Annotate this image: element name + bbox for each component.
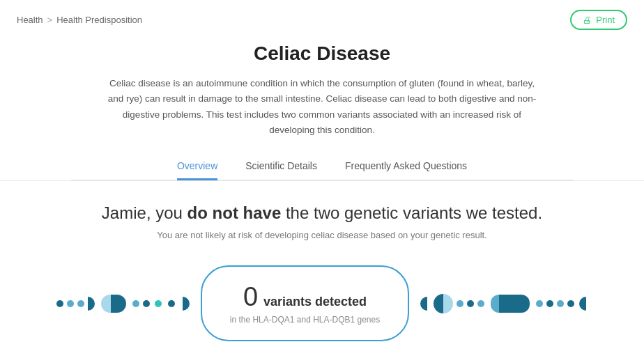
circle-split bbox=[434, 294, 453, 313]
result-section: Jamie, you do not have the two genetic v… bbox=[0, 181, 644, 355]
dot-r5 bbox=[546, 300, 553, 307]
tab-overview[interactable]: Overview bbox=[177, 155, 217, 180]
dot-r6 bbox=[557, 300, 564, 307]
dot-r4 bbox=[536, 300, 543, 307]
result-subtitle: You are not likely at risk of developing… bbox=[14, 230, 630, 240]
result-emphasis: do not have bbox=[187, 203, 282, 222]
visualization-row: 0 variants detected in the HLA-DQA1 and … bbox=[14, 265, 630, 341]
dot-4 bbox=[132, 300, 139, 307]
result-title: Jamie, you do not have the two genetic v… bbox=[14, 203, 630, 223]
dot-r2 bbox=[467, 300, 474, 307]
dot-2 bbox=[67, 300, 74, 307]
pill-r-left bbox=[491, 295, 499, 313]
tab-faq[interactable]: Frequently Asked Questions bbox=[345, 155, 467, 180]
breadcrumb-home[interactable]: Health bbox=[17, 15, 43, 25]
variants-count-row: 0 variants detected bbox=[243, 282, 367, 312]
pill-group-1 bbox=[101, 295, 126, 313]
half-circle-left-1 bbox=[88, 297, 95, 311]
pill-right bbox=[111, 295, 126, 313]
result-prefix: , you bbox=[146, 203, 187, 222]
dot-5 bbox=[143, 300, 150, 307]
half-circle-right-1 bbox=[420, 297, 427, 311]
variants-card: 0 variants detected in the HLA-DQA1 and … bbox=[201, 265, 409, 341]
left-decoration bbox=[56, 295, 192, 313]
right-decoration bbox=[417, 294, 588, 313]
breadcrumb-current[interactable]: Health Predisposition bbox=[56, 15, 142, 25]
dot-r7 bbox=[567, 300, 574, 307]
page-description: Celiac disease is an autoimmune conditio… bbox=[106, 76, 538, 138]
half-circle-left-2 bbox=[183, 297, 190, 311]
breadcrumb-separator: > bbox=[47, 15, 53, 25]
dot-1 bbox=[56, 300, 63, 307]
print-button[interactable]: 🖨 Print bbox=[570, 10, 627, 30]
variants-label: variants detected bbox=[263, 295, 367, 309]
print-label: Print bbox=[596, 15, 615, 25]
tabs-container: Overview Scientific Details Frequently A… bbox=[71, 155, 573, 180]
result-suffix: the two genetic variants we tested. bbox=[281, 203, 542, 222]
dot-r3 bbox=[477, 300, 484, 307]
variants-genes: in the HLA-DQA1 and HLA-DQB1 genes bbox=[230, 315, 380, 325]
pill-left bbox=[101, 295, 111, 313]
page-title: Celiac Disease bbox=[71, 42, 573, 65]
dot-r1 bbox=[457, 300, 463, 307]
top-nav: Health > Health Predisposition 🖨 Print bbox=[0, 0, 644, 40]
main-content: Celiac Disease Celiac disease is an auto… bbox=[57, 42, 587, 180]
half-circle-right-2 bbox=[579, 297, 586, 311]
printer-icon: 🖨 bbox=[583, 15, 592, 25]
dot-3 bbox=[77, 300, 84, 307]
pill-r-right bbox=[521, 295, 530, 313]
result-name: Jamie bbox=[102, 203, 146, 222]
breadcrumb: Health > Health Predisposition bbox=[17, 15, 142, 25]
pill-r-mid bbox=[499, 295, 521, 313]
tab-scientific-details[interactable]: Scientific Details bbox=[245, 155, 317, 180]
variants-number: 0 bbox=[243, 282, 258, 312]
dot-6 bbox=[168, 300, 175, 307]
pill-group-2 bbox=[491, 295, 530, 313]
dot-teal bbox=[155, 300, 162, 307]
